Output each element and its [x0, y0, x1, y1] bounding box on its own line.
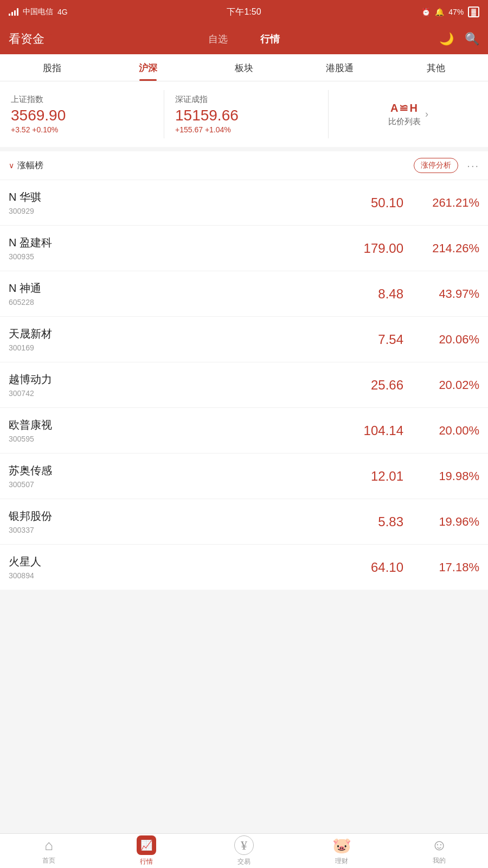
- stock-code: 300169: [9, 343, 338, 352]
- market-icon: 📈: [137, 835, 156, 855]
- network-label: 4G: [57, 8, 68, 16]
- section-title-label: 涨幅榜: [17, 160, 43, 171]
- index-section: 上证指数 3569.90 +3.52 +0.10% 深证成指 15159.66 …: [0, 81, 488, 147]
- stock-price: 7.54: [338, 332, 403, 347]
- mine-label: 我的: [433, 856, 446, 865]
- bottom-nav-trade[interactable]: ¥ 交易: [195, 834, 293, 868]
- carrier-label: 中国电信: [23, 7, 53, 17]
- stock-price: 8.48: [338, 286, 403, 302]
- stock-name: 火星人: [9, 554, 338, 569]
- stock-change: 19.96%: [403, 515, 479, 529]
- stock-code: 300595: [9, 435, 338, 443]
- section-title: ∨ 涨幅榜: [9, 160, 414, 171]
- stock-row[interactable]: 苏奥传感 300507 12.01 19.98%: [0, 454, 488, 499]
- stock-info: N 神通 605228: [9, 281, 338, 307]
- header-nav: 自选 行情: [126, 33, 362, 46]
- section-header: ∨ 涨幅榜 涨停分析 ···: [0, 151, 488, 180]
- bottom-nav-wealth[interactable]: 🐷 理财: [293, 834, 390, 868]
- ah-label: A≌H: [388, 101, 421, 114]
- kan-zijin-label: 看资金: [9, 32, 44, 46]
- shanghai-label: 上证指数: [11, 94, 153, 105]
- chevron-right-icon: ›: [425, 108, 428, 120]
- bottom-nav: ⌂ 首页 📈 行情 ¥ 交易 🐷 理财 ☺ 我的: [0, 833, 488, 868]
- stock-name: 苏奥传感: [9, 463, 338, 478]
- stock-row[interactable]: 越博动力 300742 25.66 20.02%: [0, 362, 488, 408]
- stock-info: 银邦股份 300337: [9, 509, 338, 534]
- market-label: 行情: [140, 857, 153, 866]
- shenzhen-label: 深证成指: [175, 94, 317, 105]
- bottom-nav-market[interactable]: 📈 行情: [98, 834, 195, 868]
- clock-icon: ⏰: [421, 8, 431, 16]
- stock-row[interactable]: 火星人 300894 64.10 17.18%: [0, 545, 488, 590]
- analysis-badge[interactable]: 涨停分析: [414, 158, 458, 173]
- stock-code: 605228: [9, 298, 338, 307]
- nav-hangqing[interactable]: 行情: [260, 33, 280, 46]
- wealth-label: 理财: [335, 857, 348, 866]
- stock-price: 104.14: [338, 423, 403, 438]
- stock-name: 越博动力: [9, 372, 338, 387]
- stock-price: 12.01: [338, 469, 403, 484]
- more-options-icon[interactable]: ···: [467, 159, 479, 172]
- wealth-icon: 🐷: [332, 837, 351, 854]
- stock-row[interactable]: 天晟新材 300169 7.54 20.06%: [0, 317, 488, 362]
- stock-change: 20.06%: [403, 333, 479, 347]
- stock-info: 苏奥传感 300507: [9, 463, 338, 489]
- stock-name: 天晟新材: [9, 327, 338, 341]
- moon-icon[interactable]: 🌙: [439, 32, 454, 46]
- trade-icon: ¥: [234, 835, 254, 855]
- mine-icon: ☺: [432, 837, 447, 854]
- status-bar: 中国电信 4G 下午1:50 ⏰ 🔔 47% ▓: [0, 0, 488, 24]
- stock-row[interactable]: 欧普康视 300595 104.14 20.00%: [0, 408, 488, 454]
- trade-label: 交易: [237, 857, 251, 866]
- stock-code: 300894: [9, 571, 338, 580]
- stock-row[interactable]: N 神通 605228 8.48 43.97%: [0, 271, 488, 317]
- stock-name: 银邦股份: [9, 509, 338, 524]
- search-icon[interactable]: 🔍: [465, 32, 479, 46]
- shanghai-index-card[interactable]: 上证指数 3569.90 +3.52 +0.10%: [0, 90, 164, 138]
- shenzhen-index-card[interactable]: 深证成指 15159.66 +155.67 +1.04%: [164, 90, 329, 138]
- nav-zixuan[interactable]: 自选: [208, 33, 228, 46]
- tab-gangtong[interactable]: 港股通: [292, 54, 388, 81]
- stock-change: 20.00%: [403, 424, 479, 438]
- stock-row[interactable]: N 华骐 300929 50.10 261.21%: [0, 180, 488, 226]
- stock-info: 火星人 300894: [9, 554, 338, 580]
- stock-info: 越博动力 300742: [9, 372, 338, 398]
- stock-change: 214.26%: [403, 241, 479, 256]
- header-left-label: 看资金: [9, 31, 126, 47]
- status-left: 中国电信 4G: [9, 7, 68, 17]
- stock-info: 天晟新材 300169: [9, 327, 338, 352]
- tab-qita[interactable]: 其他: [388, 54, 484, 81]
- bottom-nav-home[interactable]: ⌂ 首页: [0, 834, 98, 868]
- ah-text: A≌H 比价列表: [388, 101, 421, 127]
- collapse-icon[interactable]: ∨: [9, 161, 14, 170]
- ah-sublabel: 比价列表: [388, 117, 421, 127]
- shenzhen-value: 15159.66: [175, 107, 317, 124]
- stock-code: 300935: [9, 252, 338, 261]
- stock-name: N 神通: [9, 281, 338, 296]
- stock-row[interactable]: N 盈建科 300935 179.00 214.26%: [0, 226, 488, 271]
- tab-bankuai[interactable]: 板块: [196, 54, 292, 81]
- stock-info: 欧普康视 300595: [9, 418, 338, 443]
- stock-code: 300929: [9, 207, 338, 215]
- status-right: ⏰ 🔔 47% ▓: [421, 7, 479, 17]
- stock-change: 43.97%: [403, 287, 479, 301]
- stock-name: N 华骐: [9, 190, 338, 205]
- tab-guzhi[interactable]: 股指: [4, 54, 100, 81]
- stock-row[interactable]: 银邦股份 300337 5.83 19.96%: [0, 499, 488, 545]
- tab-hushen[interactable]: 沪深: [100, 54, 196, 81]
- stock-change: 17.18%: [403, 560, 479, 575]
- alarm-icon: 🔔: [435, 8, 444, 16]
- stock-change: 19.98%: [403, 469, 479, 483]
- signal-icon: [9, 8, 18, 16]
- header-icons: 🌙 🔍: [362, 32, 479, 46]
- stock-change: 20.02%: [403, 378, 479, 392]
- main-content: 股指 沪深 板块 港股通 其他 上证指数 3569.90 +3.52 +0.10…: [0, 54, 488, 624]
- stock-change: 261.21%: [403, 196, 479, 210]
- ah-compare-card[interactable]: A≌H 比价列表 ›: [329, 90, 488, 138]
- home-icon: ⌂: [44, 837, 53, 854]
- stock-code: 300507: [9, 480, 338, 489]
- app-header: 看资金 自选 行情 🌙 🔍: [0, 24, 488, 54]
- tab-bar: 股指 沪深 板块 港股通 其他: [0, 54, 488, 81]
- bottom-nav-mine[interactable]: ☺ 我的: [390, 834, 488, 868]
- shanghai-value: 3569.90: [11, 107, 153, 124]
